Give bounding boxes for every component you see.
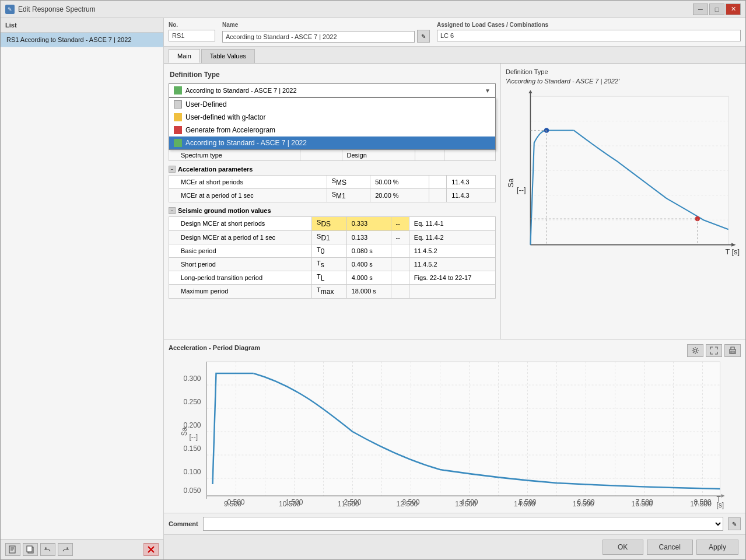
accel-unit — [429, 189, 447, 202]
seismic-ground-table: Design MCEr at short periods SDS 0.333 -… — [169, 216, 496, 298]
seismic-ground-label: Seismic ground motion values — [178, 207, 271, 214]
seismic-symbol: SD1 — [312, 230, 347, 244]
comment-dropdown[interactable] — [203, 517, 723, 531]
right-panel: No. Name ✎ Assigned to Load Cases / Comb… — [164, 18, 745, 559]
seismic-name: Design MCEr at short periods — [169, 217, 312, 230]
copy-button[interactable] — [23, 543, 38, 556]
cancel-button[interactable]: Cancel — [647, 540, 693, 555]
tab-main[interactable]: Main — [169, 49, 200, 63]
param-name: Spectrum type — [169, 150, 300, 161]
delete-button[interactable] — [143, 543, 159, 556]
option-label-generate-accel: Generate from Accelerogram — [185, 126, 275, 134]
minimize-button[interactable]: ─ — [693, 4, 708, 15]
x-label: 14.500 — [514, 500, 535, 508]
param-value[interactable]: Design — [342, 150, 415, 161]
chart-settings-button[interactable] — [687, 344, 703, 357]
action-bar: OK Cancel Apply — [164, 534, 745, 559]
chart-zoom-button[interactable] — [706, 344, 722, 357]
accel-name: MCEr at a period of 1 sec — [169, 189, 327, 202]
option-label-user-defined: User-Defined — [185, 100, 227, 108]
no-input[interactable] — [169, 30, 215, 41]
table-row: Design MCEr at short periods SDS 0.333 -… — [169, 217, 496, 230]
option-generate-accel[interactable]: Generate from Accelerogram — [169, 124, 495, 136]
accel-value[interactable]: 50.00 % — [370, 176, 429, 189]
seismic-ground-header: − Seismic ground motion values — [169, 207, 496, 214]
window: ✎ Edit Response Spectrum ─ □ ✕ List RS1 … — [0, 0, 746, 560]
seismic-name: Basic period — [169, 244, 312, 257]
svg-point-27 — [694, 349, 697, 352]
accel-ref: 11.4.3 — [447, 189, 496, 202]
accel-ref: 11.4.3 — [447, 176, 496, 189]
option-color-user-defined — [174, 100, 182, 108]
seismic-symbol: SDS — [312, 217, 347, 230]
table-row: MCEr at short periods SMS 50.00 % 11.4.3 — [169, 176, 496, 189]
svg-text:0.150: 0.150 — [183, 444, 201, 453]
definition-type-label: Definition Type — [170, 71, 220, 79]
svg-rect-5 — [27, 546, 32, 552]
seismic-ref: Figs. 22-14 to 22-17 — [409, 271, 495, 285]
ok-button[interactable]: OK — [603, 540, 643, 555]
svg-marker-61 — [722, 494, 725, 498]
no-label: No. — [169, 22, 215, 28]
tab-table-values[interactable]: Table Values — [201, 49, 255, 63]
x-label: 16.500 — [631, 500, 653, 508]
title-bar: ✎ Edit Response Spectrum ─ □ ✕ — [1, 1, 745, 18]
svg-text:Sa: Sa — [506, 178, 515, 187]
seismic-value[interactable]: 4.000 s — [346, 271, 391, 285]
seismic-value[interactable]: 0.080 s — [346, 244, 391, 257]
undo-button[interactable] — [40, 543, 55, 556]
name-edit-button[interactable]: ✎ — [417, 30, 430, 43]
comment-edit-button[interactable]: ✎ — [728, 517, 741, 530]
apply-button[interactable]: Apply — [696, 540, 738, 555]
seismic-value[interactable]: 0.333 — [346, 217, 391, 230]
svg-text:[s]: [s] — [717, 501, 724, 509]
name-input[interactable] — [222, 31, 415, 43]
list-header: List — [1, 18, 163, 33]
collapse-seismic-button[interactable]: − — [169, 207, 176, 214]
table-row: Design MCEr at a period of 1 sec SD1 0.1… — [169, 230, 496, 244]
dropdown-selected[interactable]: According to Standard - ASCE 7 | 2022 ▼ — [169, 83, 496, 97]
redo-button[interactable] — [58, 543, 73, 556]
maximize-button[interactable]: □ — [709, 4, 724, 15]
seismic-value[interactable]: 0.400 s — [346, 257, 391, 271]
dropdown-arrow-icon: ▼ — [485, 88, 491, 94]
x-label: 15.500 — [573, 500, 594, 508]
name-label: Name — [222, 22, 430, 28]
svg-text:[--]: [--] — [190, 433, 198, 441]
seismic-unit — [391, 271, 409, 285]
seismic-value[interactable]: 0.133 — [346, 230, 391, 244]
accel-symbol: SM1 — [327, 189, 370, 202]
option-asce7-2022[interactable]: According to Standard - ASCE 7 | 2022 — [169, 136, 495, 149]
param-symbol — [300, 150, 342, 161]
preview-title: Definition Type — [506, 68, 741, 75]
seismic-name: Long-period transition period — [169, 271, 312, 285]
accel-value[interactable]: 20.00 % — [370, 189, 429, 202]
svg-rect-30 — [207, 362, 720, 496]
x-label: 10.500 — [279, 500, 300, 508]
chart-print-button[interactable] — [724, 344, 741, 357]
new-item-button[interactable] — [5, 543, 20, 556]
close-button[interactable]: ✕ — [726, 4, 741, 15]
main-chart-svg: 0.300 0.250 0.200 0.150 0.100 0.050 Sa — [169, 356, 741, 513]
list-item[interactable]: RS1 According to Standard - ASCE 7 | 202… — [1, 33, 163, 47]
seismic-symbol: TL — [312, 271, 347, 285]
assigned-value — [437, 30, 741, 41]
assigned-label: Assigned to Load Cases / Combinations — [437, 22, 741, 28]
name-group: Name ✎ — [222, 22, 430, 43]
preview-chart: Sa [--] T [s] — [506, 89, 741, 264]
definition-type-dropdown[interactable]: According to Standard - ASCE 7 | 2022 ▼ … — [169, 83, 496, 97]
main-content: List RS1 According to Standard - ASCE 7 … — [1, 18, 745, 559]
seismic-name: Short period — [169, 257, 312, 271]
collapse-acceleration-button[interactable]: − — [169, 166, 176, 173]
svg-text:0.300: 0.300 — [183, 374, 201, 383]
seismic-symbol: Tmax — [312, 285, 347, 298]
preview-panel: Definition Type 'According to Standard -… — [500, 64, 745, 339]
svg-marker-17 — [528, 90, 532, 93]
seismic-symbol: T0 — [312, 244, 347, 257]
option-user-defined-g[interactable]: User-defined with g-factor — [169, 111, 495, 124]
seismic-unit — [391, 285, 409, 298]
table-row: Spectrum type Design — [169, 150, 496, 161]
seismic-value[interactable]: 18.000 s — [346, 285, 391, 298]
x-label: 13.500 — [455, 500, 477, 508]
option-user-defined[interactable]: User-Defined — [169, 98, 495, 111]
